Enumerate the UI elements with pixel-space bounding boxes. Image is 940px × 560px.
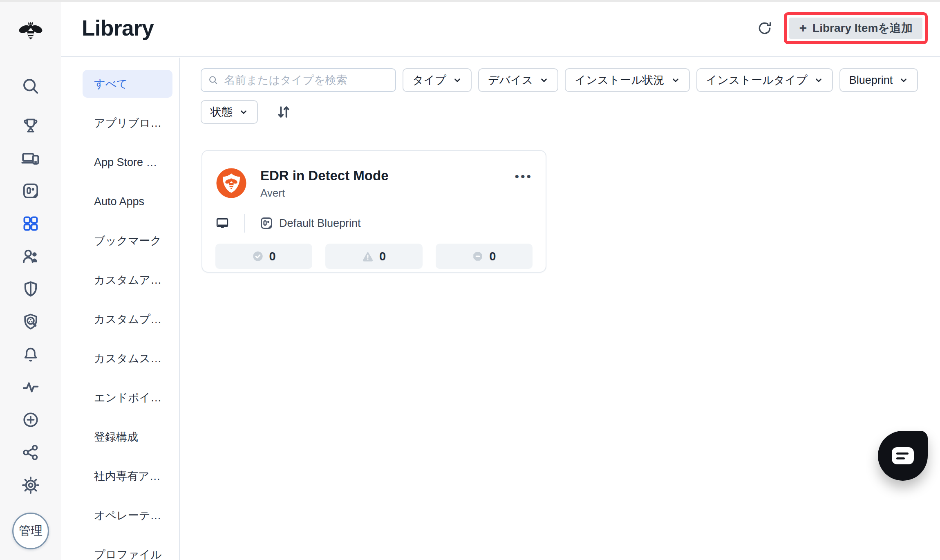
trophy-icon[interactable] [21, 116, 40, 135]
refresh-icon[interactable] [757, 20, 772, 36]
integrations-share-icon[interactable] [21, 443, 40, 462]
filter-blueprint-dropdown[interactable]: Blueprint [839, 68, 918, 92]
blueprints-icon[interactable] [21, 181, 40, 200]
library-category-sidebar: すべて アプリブロ… App Store … Auto Apps ブックマーク … [61, 58, 180, 560]
sidebar-item-endpoint[interactable]: エンドポイ… [83, 384, 172, 412]
filter-type-dropdown[interactable]: タイプ [403, 68, 472, 92]
kandji-bee-logo-icon[interactable] [18, 19, 43, 45]
library-item-card[interactable]: EDR in Detect Mode Avert ••• Default Blu… [201, 150, 546, 273]
sidebar-item-operating[interactable]: オペレーテ… [83, 502, 172, 529]
library-item-title: EDR in Detect Mode [260, 168, 389, 184]
status-chip-success-count: 0 [269, 250, 276, 263]
status-chip-warning-count: 0 [379, 250, 386, 263]
card-titles: EDR in Detect Mode Avert [260, 167, 389, 199]
library-content: タイプ デバイス インストール状況 インストールタイプ Blueprint [180, 58, 940, 560]
filter-device-dropdown[interactable]: デバイス [478, 68, 559, 92]
sidebar-item-in-house-apps[interactable]: 社内専有ア… [83, 462, 172, 490]
status-chip-warning: 0 [325, 244, 422, 269]
card-meta-row: Default Blueprint [215, 213, 533, 233]
sidebar-item-app-blocking[interactable]: アプリブロ… [83, 109, 172, 137]
card-header: EDR in Detect Mode Avert ••• [215, 167, 533, 199]
alerts-bell-icon[interactable] [21, 345, 40, 364]
activity-pulse-icon[interactable] [21, 378, 40, 396]
status-chip-blocked-count: 0 [489, 250, 496, 263]
filter-row-2: 状態 [201, 100, 940, 124]
add-library-item-button[interactable]: + Library Itemを追加 [789, 18, 922, 39]
settings-gear-icon[interactable] [21, 476, 40, 495]
status-chip-success: 0 [215, 244, 312, 269]
blueprint-badge-icon [260, 216, 273, 230]
chevron-down-icon [453, 76, 462, 85]
chat-bubble-icon [892, 447, 914, 464]
sidebar-item-enrollment-config[interactable]: 登録構成 [83, 423, 172, 451]
users-icon[interactable] [21, 247, 40, 266]
threat-detection-icon[interactable] [21, 312, 40, 331]
search-input[interactable] [223, 74, 389, 87]
rail-nav [21, 77, 40, 508]
status-chip-blocked: 0 [436, 244, 533, 269]
plus-icon: + [799, 21, 807, 34]
security-shield-icon[interactable] [21, 280, 40, 298]
warning-triangle-icon [362, 251, 374, 262]
icon-rail: 管理 [0, 0, 61, 560]
minus-octagon-icon [472, 251, 483, 262]
add-circle-icon[interactable] [21, 410, 40, 429]
filter-row-1: タイプ デバイス インストール状況 インストールタイプ Blueprint [201, 68, 940, 92]
header-actions: + Library Itemを追加 [757, 12, 928, 44]
sidebar-item-bookmarks[interactable]: ブックマーク [83, 227, 172, 255]
sidebar-item-custom-scripts[interactable]: カスタムス… [83, 345, 172, 372]
sidebar-item-app-store[interactable]: App Store … [83, 148, 172, 176]
annotation-highlight: + Library Itemを追加 [784, 12, 928, 44]
sidebar-item-profiles[interactable]: プロファイル [83, 541, 172, 560]
add-library-item-label: Library Itemを追加 [812, 20, 913, 36]
window-top-strip [0, 0, 940, 2]
check-circle-icon [252, 251, 264, 262]
chevron-down-icon [671, 76, 680, 85]
search-icon[interactable] [21, 77, 40, 96]
profile-avatar-label: 管理 [19, 523, 43, 539]
profile-avatar[interactable]: 管理 [12, 513, 49, 549]
library-item-vendor: Avert [260, 187, 389, 199]
avert-app-icon [215, 167, 247, 199]
monitor-icon [215, 216, 229, 230]
page-title: Library [82, 16, 154, 40]
devices-icon[interactable] [21, 149, 40, 168]
chevron-down-icon [539, 76, 548, 85]
blueprint-name: Default Blueprint [279, 217, 361, 230]
sidebar-item-custom-apps[interactable]: カスタムア… [83, 266, 172, 294]
search-box [201, 68, 396, 92]
chevron-down-icon [814, 76, 823, 85]
chevron-down-icon [239, 108, 248, 116]
page-header: Library + Library Itemを追加 [61, 0, 940, 57]
chevron-down-icon [899, 76, 908, 85]
library-icon[interactable] [21, 214, 40, 233]
meta-divider [244, 214, 245, 233]
card-status-chips: 0 0 0 [215, 244, 533, 269]
search-icon [208, 74, 218, 86]
filter-install-status-dropdown[interactable]: インストール状況 [565, 68, 689, 92]
filter-status-dropdown[interactable]: 状態 [201, 100, 258, 124]
card-menu-ellipsis-icon[interactable]: ••• [515, 170, 533, 184]
filter-bar: タイプ デバイス インストール状況 インストールタイプ Blueprint [180, 58, 940, 124]
sidebar-item-all[interactable]: すべて [83, 70, 172, 98]
filter-install-type-dropdown[interactable]: インストールタイプ [696, 68, 833, 92]
sidebar-item-custom-profiles[interactable]: カスタムプ… [83, 305, 172, 333]
sidebar-item-auto-apps[interactable]: Auto Apps [83, 188, 172, 215]
sort-icon[interactable] [275, 103, 292, 121]
chat-launcher-button[interactable] [878, 431, 928, 481]
